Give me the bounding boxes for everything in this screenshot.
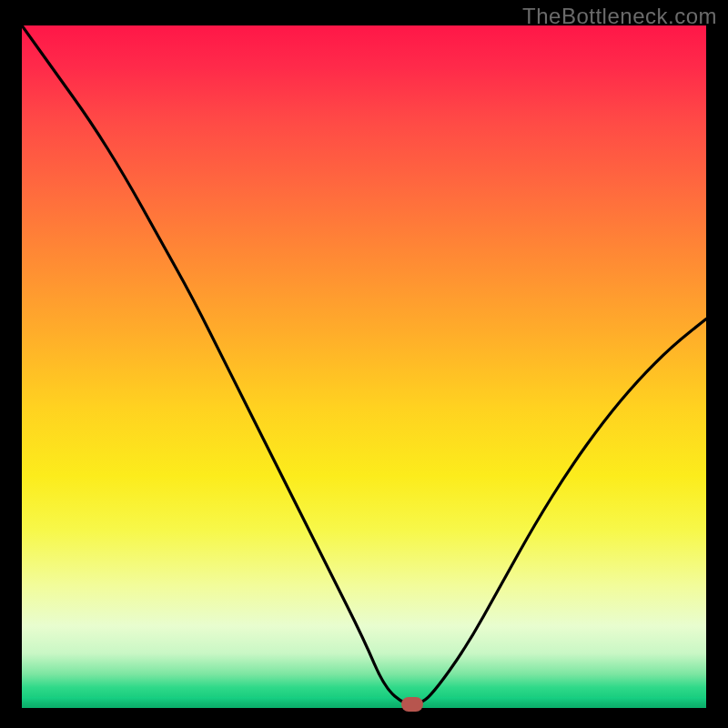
optimum-marker xyxy=(401,697,423,712)
curve-path xyxy=(22,25,706,704)
watermark-text: TheBottleneck.com xyxy=(522,4,717,29)
plot-area xyxy=(22,25,706,708)
chart-frame: TheBottleneck.com xyxy=(0,0,728,728)
bottleneck-curve xyxy=(22,25,706,708)
